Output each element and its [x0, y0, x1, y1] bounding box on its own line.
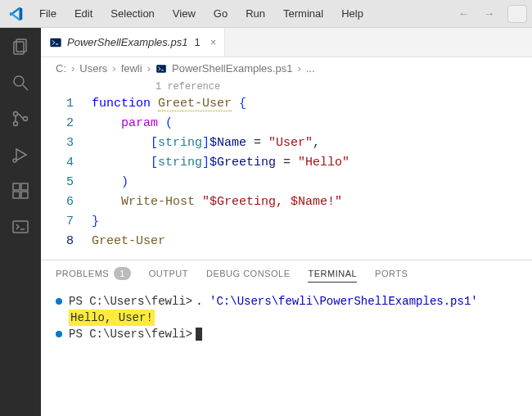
code-line[interactable]: 5 ): [41, 173, 532, 192]
svg-rect-12: [13, 221, 28, 233]
nav-back-icon[interactable]: ←: [452, 4, 476, 23]
terminal-line: Hello, User!: [56, 310, 517, 326]
terminal-output: Hello, User!: [69, 310, 155, 326]
code-content[interactable]: }: [92, 212, 99, 232]
menu-terminal[interactable]: Terminal: [275, 4, 331, 23]
panel-tab-debug-console[interactable]: DEBUG CONSOLE: [206, 269, 290, 278]
code-content[interactable]: param (: [92, 114, 173, 133]
code-content[interactable]: Write-Host "$Greeting, $Name!": [92, 192, 342, 212]
line-number: 5: [41, 173, 92, 192]
menu-file[interactable]: File: [31, 4, 65, 23]
extensions-icon[interactable]: [10, 180, 31, 201]
svg-point-4: [14, 112, 18, 116]
code-content[interactable]: ): [92, 173, 128, 192]
svg-point-7: [13, 159, 16, 162]
terminal-prompt: PS C:\Users\fewli>: [69, 326, 192, 342]
svg-line-3: [23, 85, 28, 90]
panel-tab-terminal[interactable]: TERMINAL: [308, 269, 357, 283]
line-number: 6: [41, 192, 92, 212]
titlebar: File Edit Selection View Go Run Terminal…: [0, 0, 532, 28]
source-control-icon[interactable]: [10, 108, 31, 129]
panel-tab-problems[interactable]: PROBLEMS 1: [56, 267, 131, 280]
panel-tab-output[interactable]: OUTPUT: [149, 269, 188, 278]
code-line[interactable]: 2 param (: [41, 114, 532, 133]
run-debug-icon[interactable]: [10, 144, 31, 165]
layout-button[interactable]: [507, 5, 527, 23]
powershell-file-icon: [49, 36, 62, 49]
menu-help[interactable]: Help: [333, 4, 372, 23]
line-number: 3: [41, 133, 92, 153]
terminal-line: PS C:\Users\fewli> . 'C:\Users\fewli\Pow…: [56, 293, 517, 310]
menu-view[interactable]: View: [165, 4, 204, 23]
code-content[interactable]: Greet-User: [92, 232, 165, 251]
code-editor[interactable]: 1 reference 1function Greet-User {2 para…: [41, 79, 532, 260]
explorer-icon[interactable]: [10, 36, 31, 57]
prompt-bullet-icon: [56, 331, 62, 337]
svg-rect-14: [156, 65, 166, 72]
powershell-file-icon: [156, 63, 167, 75]
menu-go[interactable]: Go: [205, 4, 236, 23]
menu-selection[interactable]: Selection: [102, 4, 162, 23]
editor-tab[interactable]: PowerShellExamples.ps1 1 ×: [41, 28, 225, 57]
powershell-ext-icon[interactable]: [10, 216, 31, 237]
panel-tabs: PROBLEMS 1 OUTPUT DEBUG CONSOLE TERMINAL…: [41, 260, 532, 287]
vscode-logo-icon: [8, 7, 23, 21]
terminal[interactable]: PS C:\Users\fewli> . 'C:\Users\fewli\Pow…: [41, 287, 532, 382]
line-number: 4: [41, 153, 92, 173]
line-number: 8: [41, 232, 92, 251]
breadcrumb-part[interactable]: C:: [56, 62, 66, 75]
bottom-panel: PROBLEMS 1 OUTPUT DEBUG CONSOLE TERMINAL…: [41, 260, 532, 382]
menu-edit[interactable]: Edit: [66, 4, 101, 23]
code-line[interactable]: 3 [string]$Name = "User",: [41, 133, 532, 153]
terminal-line: PS C:\Users\fewli>: [56, 326, 517, 342]
search-icon[interactable]: [10, 72, 31, 93]
code-content[interactable]: [string]$Name = "User",: [92, 133, 320, 153]
svg-point-5: [14, 122, 18, 126]
svg-rect-11: [21, 192, 28, 198]
line-number: 1: [41, 94, 92, 114]
panel-tab-label: PROBLEMS: [56, 269, 109, 278]
code-content[interactable]: function Greet-User {: [92, 94, 246, 114]
svg-rect-10: [13, 192, 20, 198]
svg-point-6: [24, 117, 28, 121]
editor-area: PowerShellExamples.ps1 1 × C:› Users› fe…: [41, 28, 532, 416]
terminal-cursor: [196, 328, 202, 341]
terminal-command: . 'C:\Users\fewli\PowerShellExamples.ps1…: [196, 293, 477, 310]
svg-rect-8: [13, 183, 20, 190]
code-line[interactable]: 7}: [41, 212, 532, 232]
activity-bar: [0, 28, 41, 416]
nav-forward-icon[interactable]: →: [477, 4, 501, 23]
breadcrumb-part[interactable]: ...: [306, 62, 315, 75]
problems-count-badge: 1: [114, 267, 131, 280]
breadcrumb-part[interactable]: PowerShellExamples.ps1: [172, 62, 292, 75]
tab-filename: PowerShellExamples.ps1: [67, 36, 187, 48]
breadcrumbs[interactable]: C:› Users› fewli› PowerShellExamples.ps1…: [41, 57, 532, 79]
breadcrumb-part[interactable]: fewli: [121, 62, 142, 75]
svg-point-2: [14, 76, 24, 86]
line-number: 2: [41, 114, 92, 133]
code-content[interactable]: [string]$Greeting = "Hello": [92, 153, 349, 173]
svg-rect-9: [21, 183, 28, 190]
code-line[interactable]: 6 Write-Host "$Greeting, $Name!": [41, 192, 532, 212]
panel-tab-ports[interactable]: PORTS: [375, 269, 408, 278]
codelens-references[interactable]: 1 reference: [41, 79, 532, 94]
code-line[interactable]: 1function Greet-User {: [41, 94, 532, 114]
tab-dirty-indicator: 1: [194, 36, 200, 48]
tab-close-icon[interactable]: ×: [210, 36, 217, 48]
code-line[interactable]: 4 [string]$Greeting = "Hello": [41, 153, 532, 173]
line-number: 7: [41, 212, 92, 232]
terminal-prompt: PS C:\Users\fewli>: [69, 293, 192, 310]
prompt-bullet-icon: [56, 298, 62, 305]
menu-run[interactable]: Run: [237, 4, 273, 23]
breadcrumb-part[interactable]: Users: [79, 62, 107, 75]
code-line[interactable]: 8Greet-User: [41, 232, 532, 251]
editor-tabs: PowerShellExamples.ps1 1 ×: [41, 28, 532, 57]
svg-rect-13: [50, 38, 61, 47]
